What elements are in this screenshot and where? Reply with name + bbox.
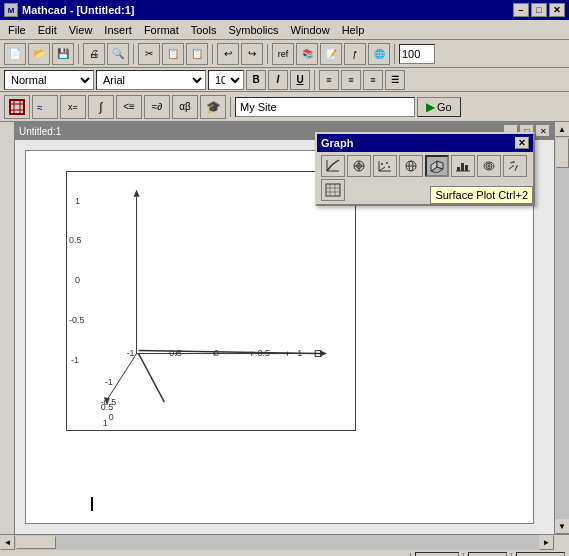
graph-panel-close-button[interactable]: ✕	[515, 137, 529, 149]
doc-canvas: 1 0.5 0 -0.5 -1 -1 -0.5 0 0.5 1 -1 -0.5 …	[25, 150, 534, 524]
left-margin	[0, 122, 15, 534]
xy-plot-button[interactable]	[321, 155, 345, 177]
vector-field-button[interactable]	[503, 155, 527, 177]
new-button[interactable]: 📄	[4, 43, 26, 65]
scroll-track-h[interactable]	[15, 535, 539, 550]
eq-button[interactable]: ƒ	[344, 43, 366, 65]
polar-plot-button[interactable]	[347, 155, 371, 177]
menu-insert[interactable]: Insert	[98, 22, 138, 38]
svg-line-61	[515, 166, 517, 171]
menu-edit[interactable]: Edit	[32, 22, 63, 38]
svg-point-58	[488, 165, 490, 167]
list-button[interactable]: ☰	[385, 70, 405, 90]
scroll-corner	[554, 535, 569, 550]
scroll-track-v[interactable]	[555, 137, 570, 519]
status-bar: Press F1 for help. AUTO NUM Page 1	[0, 549, 569, 556]
go-button[interactable]: ▶ Go	[417, 97, 461, 117]
scroll-right-button[interactable]: ►	[539, 535, 554, 550]
svg-text:-1: -1	[105, 377, 113, 387]
minimize-button[interactable]: –	[513, 3, 529, 17]
redo-button[interactable]: ↪	[241, 43, 263, 65]
graph-panel-title: Graph	[321, 137, 353, 149]
underline-button[interactable]: U	[290, 70, 310, 90]
net-button[interactable]: 🌐	[368, 43, 390, 65]
insert-ref-button[interactable]: ref	[272, 43, 294, 65]
menu-tools[interactable]: Tools	[185, 22, 223, 38]
go-arrow-icon: ▶	[426, 100, 435, 114]
bar-chart-button[interactable]	[451, 155, 475, 177]
copy-button[interactable]: 📋	[162, 43, 184, 65]
menu-format[interactable]: Format	[138, 22, 185, 38]
integral-button[interactable]: ∫	[88, 95, 114, 119]
menu-help[interactable]: Help	[336, 22, 371, 38]
scroll-thumb-h[interactable]	[16, 536, 56, 549]
compare-button[interactable]: <≡	[116, 95, 142, 119]
svg-text:0: 0	[75, 275, 80, 285]
svg-marker-51	[437, 161, 443, 169]
svg-line-28	[139, 354, 165, 403]
save-button[interactable]: 💾	[52, 43, 74, 65]
scroll-left-button[interactable]: ◄	[0, 535, 15, 550]
cut-button[interactable]: ✂	[138, 43, 160, 65]
graph-calc-button[interactable]: ≈	[32, 95, 58, 119]
menu-window[interactable]: Window	[285, 22, 336, 38]
site-input[interactable]	[235, 97, 415, 117]
scroll-thumb-v[interactable]	[556, 138, 569, 168]
globe-3d-button[interactable]	[399, 155, 423, 177]
plot-container: 1 0.5 0 -0.5 -1 -1 -0.5 0 0.5 1 -1 -0.5 …	[66, 171, 356, 431]
svg-point-57	[486, 164, 492, 169]
vertical-scrollbar[interactable]: ▲ ▼	[554, 122, 569, 534]
undo-button[interactable]: ↩	[217, 43, 239, 65]
bold-button[interactable]: B	[246, 70, 266, 90]
surface-plot-tooltip: Surface Plot Ctrl+2	[430, 186, 533, 204]
preview-button[interactable]: 🔍	[107, 43, 129, 65]
open-button[interactable]: 📂	[28, 43, 50, 65]
resources-button[interactable]: 📚	[296, 43, 318, 65]
italic-button[interactable]: I	[268, 70, 288, 90]
maximize-button[interactable]: □	[531, 3, 547, 17]
greek-button[interactable]: αβ	[172, 95, 198, 119]
close-button[interactable]: ✕	[549, 3, 565, 17]
svg-text:-0.5: -0.5	[166, 348, 181, 358]
main-area: Untitled:1 _ □ ✕ 1 0.5 0 -0.5 -1	[0, 122, 569, 534]
svg-text:0.5: 0.5	[69, 235, 81, 245]
svg-rect-52	[457, 167, 460, 171]
print-button[interactable]: 🖨	[83, 43, 105, 65]
annotation-button[interactable]: 📝	[320, 43, 342, 65]
assign-button[interactable]: x=	[60, 95, 86, 119]
font-select[interactable]: Arial	[96, 70, 206, 90]
scroll-down-button[interactable]: ▼	[555, 519, 570, 534]
svg-line-63	[510, 162, 514, 163]
align-left-button[interactable]: ≡	[319, 70, 339, 90]
graph-panel: Graph ✕	[315, 132, 535, 206]
calc-button[interactable]: ≈∂	[144, 95, 170, 119]
scroll-up-button[interactable]: ▲	[555, 122, 570, 137]
style-select[interactable]: Normal	[4, 70, 94, 90]
svg-line-59	[509, 166, 513, 169]
menu-view[interactable]: View	[63, 22, 99, 38]
data-plot-button[interactable]	[321, 179, 345, 201]
title-bar: M Mathcad - [Untitled:1] – □ ✕	[0, 0, 569, 20]
size-select[interactable]: 10	[208, 70, 244, 90]
svg-text:1: 1	[103, 418, 108, 428]
zoom-input[interactable]	[399, 44, 435, 64]
align-center-button[interactable]: ≡	[341, 70, 361, 90]
contour-button[interactable]	[477, 155, 501, 177]
svg-rect-53	[461, 163, 464, 171]
menu-file[interactable]: File	[2, 22, 32, 38]
inner-close-button[interactable]: ✕	[536, 125, 550, 137]
scatter-3d-button[interactable]	[373, 155, 397, 177]
math-toolbar: ≈ x= ∫ <≡ ≈∂ αβ 🎓 ▶ Go	[0, 92, 569, 122]
matrix-button[interactable]	[4, 95, 30, 119]
status-separator-3	[511, 553, 512, 557]
surface-plot-button[interactable]	[425, 155, 449, 177]
paste-button[interactable]: 📋	[186, 43, 208, 65]
menu-bar: File Edit View Insert Format Tools Symbo…	[0, 20, 569, 40]
title-bar-controls: – □ ✕	[513, 3, 565, 17]
align-right-button[interactable]: ≡	[363, 70, 383, 90]
svg-text:1: 1	[75, 196, 80, 206]
app-icon: M	[4, 3, 18, 17]
resource-button[interactable]: 🎓	[200, 95, 226, 119]
svg-point-45	[388, 166, 390, 168]
menu-symbolics[interactable]: Symbolics	[222, 22, 284, 38]
